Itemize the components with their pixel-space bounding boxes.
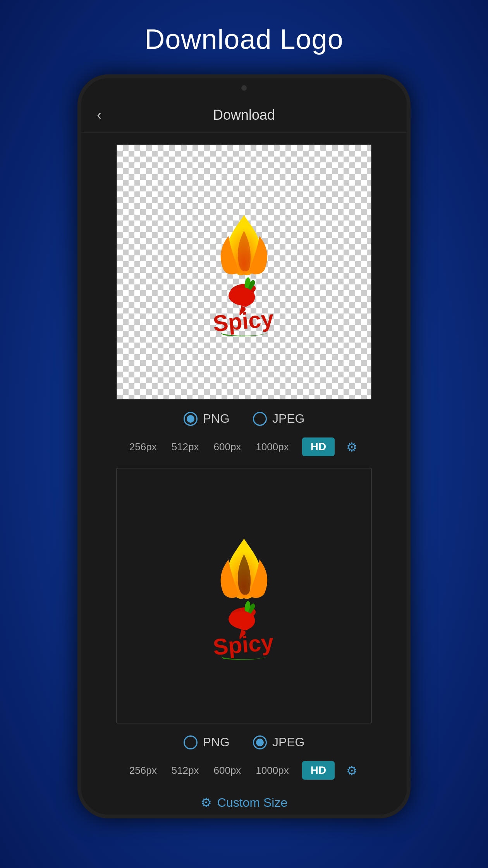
back-button[interactable]: ‹ bbox=[97, 107, 101, 123]
size-512-2[interactable]: 512px bbox=[170, 762, 201, 779]
side-buttons bbox=[407, 233, 411, 303]
custom-size-row[interactable]: ⚙ Custom Size bbox=[201, 795, 287, 810]
format-row-1: PNG JPEG bbox=[184, 412, 305, 426]
radio-circle-jpeg-1[interactable] bbox=[253, 412, 267, 426]
page-title: Download Logo bbox=[144, 23, 343, 55]
radio-png-1[interactable]: PNG bbox=[184, 412, 230, 426]
logo-preview-dark: Spicy bbox=[116, 468, 372, 723]
spicy-logo-svg-2: Spicy bbox=[167, 518, 321, 673]
size-600-1[interactable]: 600px bbox=[212, 439, 243, 455]
size-600-2[interactable]: 600px bbox=[212, 762, 243, 779]
side-button-1 bbox=[407, 233, 411, 264]
radio-label-png-2: PNG bbox=[203, 735, 230, 749]
logo-preview-transparent: Spicy bbox=[116, 144, 372, 400]
side-button-2 bbox=[407, 272, 411, 303]
custom-size-icon: ⚙ bbox=[201, 795, 212, 810]
app-content: Spicy PNG JPEG bbox=[81, 133, 407, 815]
radio-label-png-1: PNG bbox=[203, 412, 230, 426]
camera-notch bbox=[241, 85, 247, 91]
size-1000-2[interactable]: 1000px bbox=[254, 762, 290, 779]
radio-label-jpeg-2: JPEG bbox=[272, 735, 305, 749]
radio-label-jpeg-1: JPEG bbox=[272, 412, 305, 426]
size-256-1[interactable]: 256px bbox=[128, 439, 158, 455]
logo-card-1: Spicy PNG JPEG bbox=[101, 144, 387, 456]
radio-circle-png-2[interactable] bbox=[184, 735, 198, 749]
svg-text:Spicy: Spicy bbox=[212, 629, 275, 660]
radio-jpeg-2[interactable]: JPEG bbox=[253, 735, 305, 749]
logo-card-2: Spicy PNG JPEG bbox=[101, 468, 387, 780]
size-256-2[interactable]: 256px bbox=[128, 762, 158, 779]
size-row-2: 256px 512px 600px 1000px HD ⚙ bbox=[128, 761, 360, 780]
radio-circle-png-1[interactable] bbox=[184, 412, 198, 426]
gear-icon-1[interactable]: ⚙ bbox=[346, 440, 360, 454]
phone-frame: ‹ Download bbox=[77, 74, 411, 818]
radio-circle-jpeg-2[interactable] bbox=[253, 735, 267, 749]
svg-text:Spicy: Spicy bbox=[212, 306, 275, 336]
header-title: Download bbox=[213, 107, 275, 123]
gear-icon-2[interactable]: ⚙ bbox=[346, 763, 360, 777]
radio-jpeg-1[interactable]: JPEG bbox=[253, 412, 305, 426]
size-1000-1[interactable]: 1000px bbox=[254, 439, 290, 455]
app-header: ‹ Download bbox=[81, 98, 407, 133]
phone-screen: ‹ Download bbox=[81, 78, 407, 815]
status-bar bbox=[81, 78, 407, 98]
size-hd-1[interactable]: HD bbox=[302, 437, 335, 456]
radio-png-2[interactable]: PNG bbox=[184, 735, 230, 749]
format-row-2: PNG JPEG bbox=[184, 735, 305, 749]
radio-inner-png-1 bbox=[187, 415, 194, 423]
radio-inner-jpeg-2 bbox=[256, 739, 264, 746]
spicy-logo-svg-1: Spicy bbox=[167, 195, 321, 350]
size-hd-2[interactable]: HD bbox=[302, 761, 335, 780]
size-512-1[interactable]: 512px bbox=[170, 439, 201, 455]
size-row-1: 256px 512px 600px 1000px HD ⚙ bbox=[128, 437, 360, 456]
custom-size-label[interactable]: Custom Size bbox=[217, 796, 287, 810]
